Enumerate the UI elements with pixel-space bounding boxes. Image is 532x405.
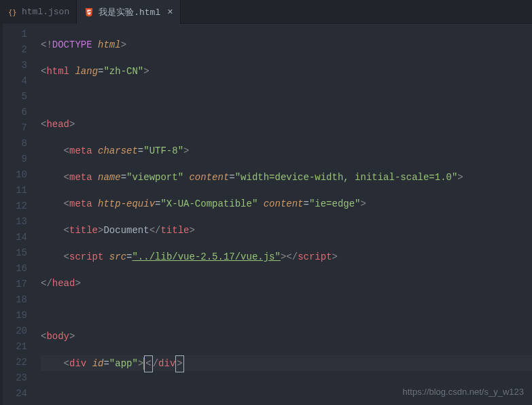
close-icon[interactable]: × (167, 7, 173, 18)
tab-bar: {} html.json 我是实验.html × (0, 0, 532, 24)
editor[interactable]: 123456789101112131415161718192021222324 … (0, 24, 532, 405)
watermark: https://blog.csdn.net/s_y_w123 (402, 387, 524, 397)
html5-icon (84, 7, 94, 18)
tab-experiment-html[interactable]: 我是实验.html × (77, 0, 180, 24)
tab-label: 我是实验.html (99, 6, 160, 18)
line-number-gutter: 123456789101112131415161718192021222324 (0, 24, 41, 405)
tab-html-json[interactable]: {} html.json (0, 0, 77, 24)
braces-icon: {} (7, 7, 18, 18)
tab-label: html.json (22, 7, 69, 17)
code-area[interactable]: <!DOCTYPE html> <html lang="zh-CN"> <hea… (41, 24, 532, 405)
svg-text:{}: {} (8, 7, 17, 16)
